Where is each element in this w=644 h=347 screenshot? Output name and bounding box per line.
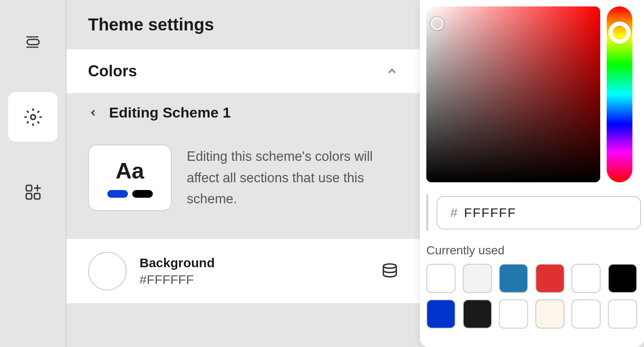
swatch-9[interactable]	[535, 299, 565, 329]
swatch-4[interactable]	[571, 264, 601, 293]
editing-title: Editing Scheme 1	[109, 104, 231, 121]
hex-input-wrapper[interactable]: #	[437, 196, 641, 229]
swatch-0[interactable]	[426, 264, 456, 293]
scheme-description: Editing this scheme's colors will affect…	[187, 146, 398, 210]
sidebar-sections-button[interactable]	[8, 17, 58, 66]
svg-rect-0	[27, 39, 39, 45]
colors-section-header[interactable]: Colors	[67, 49, 420, 94]
preview-pills	[107, 190, 153, 198]
swatch-6[interactable]	[426, 299, 456, 329]
svg-point-5	[383, 264, 396, 268]
preview-pill-primary	[107, 190, 128, 198]
sidebar-settings-button[interactable]	[8, 92, 58, 142]
swatch-10[interactable]	[571, 299, 601, 329]
hex-hash: #	[450, 205, 458, 220]
hue-marker[interactable]	[608, 21, 631, 44]
scheme-preview-row: Aa Editing this scheme's colors will aff…	[67, 132, 420, 224]
preview-text: Aa	[115, 158, 144, 184]
chevron-up-icon	[386, 65, 398, 78]
swatch-8[interactable]	[499, 299, 528, 329]
hex-input[interactable]	[464, 205, 627, 220]
colors-title: Colors	[88, 62, 137, 80]
background-value: #FFFFFF	[140, 272, 368, 287]
background-text: Background #FFFFFF	[140, 256, 368, 287]
svg-rect-2	[26, 185, 32, 191]
apps-icon	[24, 184, 42, 201]
svg-rect-3	[26, 193, 32, 199]
sidebar	[0, 0, 66, 347]
main-panel: Theme settings Colors Editing Scheme 1 A…	[66, 0, 420, 347]
sections-icon	[24, 33, 42, 51]
swatch-7[interactable]	[463, 299, 492, 329]
svg-point-1	[30, 115, 35, 119]
page-title: Theme settings	[67, 0, 420, 49]
swatch-5[interactable]	[608, 264, 637, 293]
back-button[interactable]	[88, 108, 98, 118]
background-row[interactable]: Background #FFFFFF	[67, 239, 420, 303]
swatch-grid	[426, 264, 638, 329]
hue-slider[interactable]	[607, 6, 632, 182]
preview-pill-secondary	[132, 190, 153, 198]
swatch-1[interactable]	[463, 264, 492, 293]
swatch-3[interactable]	[535, 264, 565, 293]
database-icon[interactable]	[381, 263, 398, 280]
scheme-preview: Aa	[88, 145, 172, 211]
background-color-swatch[interactable]	[88, 252, 127, 290]
saturation-marker[interactable]	[431, 17, 444, 30]
color-picker-panel: # Currently used	[420, 0, 644, 347]
sidebar-apps-button[interactable]	[8, 167, 58, 217]
currently-used-label: Currently used	[426, 244, 638, 257]
svg-rect-4	[34, 193, 40, 199]
hex-preview-swatch	[426, 194, 428, 231]
editing-header: Editing Scheme 1	[67, 94, 420, 132]
saturation-area[interactable]	[426, 6, 600, 182]
background-label: Background	[140, 256, 368, 270]
gear-icon	[24, 108, 43, 127]
swatch-11[interactable]	[608, 299, 637, 329]
picker-area	[426, 6, 638, 182]
hex-row: #	[426, 194, 638, 231]
swatch-2[interactable]	[499, 264, 528, 293]
